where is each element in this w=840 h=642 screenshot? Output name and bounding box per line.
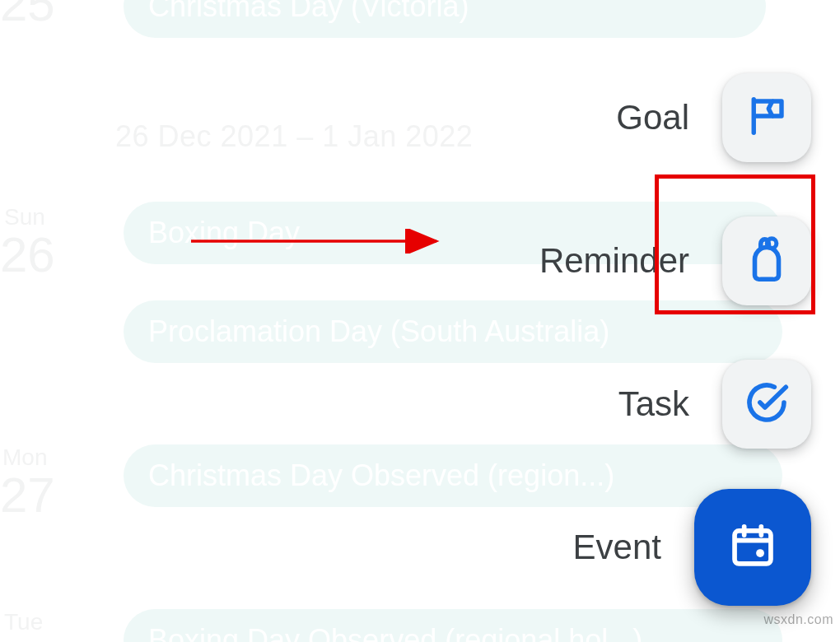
svg-rect-1 xyxy=(735,531,771,564)
fab-button-event[interactable] xyxy=(694,489,811,606)
week-range-label: 26 Dec 2021 – 1 Jan 2022 xyxy=(115,119,473,154)
day-number: 26 xyxy=(0,226,55,283)
day-label: Tue xyxy=(4,609,43,635)
fab-option-event[interactable]: Event xyxy=(573,476,811,619)
fab-option-goal[interactable]: Goal xyxy=(616,46,811,189)
fab-label: Event xyxy=(573,528,661,567)
day-number: 27 xyxy=(0,467,55,523)
svg-point-2 xyxy=(756,549,764,557)
annotation-highlight-box xyxy=(655,174,815,314)
annotation-arrow xyxy=(189,229,453,254)
fab-label: Goal xyxy=(616,98,689,137)
fab-label: Task xyxy=(618,384,689,424)
task-check-icon xyxy=(744,379,790,429)
create-fab-menu: Goal Reminder Task xyxy=(539,46,811,619)
calendar-event: Christmas Day (Victoria) xyxy=(124,0,766,38)
flag-icon xyxy=(744,94,789,142)
watermark: wsxdn.com xyxy=(763,612,833,627)
fab-option-task[interactable]: Task xyxy=(618,333,811,476)
calendar-icon xyxy=(727,520,778,575)
fab-button-goal[interactable] xyxy=(722,73,811,162)
fab-button-task[interactable] xyxy=(722,360,811,449)
prev-day-number: 25 xyxy=(0,0,55,32)
